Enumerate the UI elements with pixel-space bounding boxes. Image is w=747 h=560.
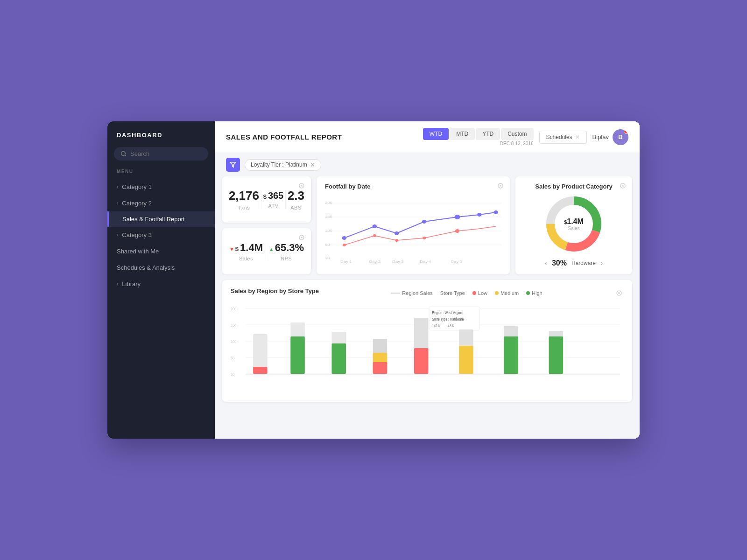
svg-point-30 [395,239,398,242]
filter-tag[interactable]: Loyality Tier : Platinum ✕ [245,159,321,171]
app-window: DASHBOARD MENU › Category 1 › Category 2… [107,121,640,439]
product-close[interactable] [618,181,627,190]
donut-amount: $1.4M [564,217,584,226]
svg-point-29 [373,234,376,237]
sidebar-item-cat3[interactable]: › Category 3 [107,227,215,243]
legend-line-icon [391,293,400,294]
svg-point-26 [477,213,481,217]
svg-text:150: 150 [325,215,332,219]
sales-value: 1.4M [240,242,263,254]
close-button[interactable] [297,181,306,190]
kpi-card-top: 2,176 Txns $ 365 ATV [222,176,311,223]
sidebar-item-cat1[interactable]: › Category 1 [107,179,215,195]
mtd-button[interactable]: MTD [450,128,475,140]
bar-red-1 [253,367,267,374]
svg-text:150: 150 [231,323,236,328]
legend-high-label: High [532,290,543,296]
footfall-line-chart: 200 150 100 50 10 [325,194,501,266]
kpi-card-bottom: ▼ $ 1.4M Sales ▲ 65.3% N [222,228,311,274]
bar-red-4 [373,362,387,374]
abs-label: ABS [288,205,304,210]
schedules-button[interactable]: Schedules ✕ [539,131,587,144]
svg-point-24 [422,220,426,224]
sales-label: Sales [229,256,263,261]
bar-green-3 [332,343,346,374]
sidebar-header: DASHBOARD [107,121,215,147]
filter-bar: Loyality Tier : Platinum ✕ [215,153,640,176]
filter-tag-close[interactable]: ✕ [310,161,315,168]
atv-dollar: $ [263,193,267,200]
region-close[interactable] [614,288,624,298]
atv-value-group: $ 365 [263,190,284,201]
search-bar[interactable] [114,147,208,161]
sidebar-item-cat2[interactable]: › Category 2 [107,195,215,211]
nps-label: NPS [269,256,304,261]
donut-prev-button[interactable]: ‹ [545,259,547,267]
svg-text:100: 100 [325,229,332,233]
sidebar-item-library[interactable]: › Library [107,276,215,292]
custom-button[interactable]: Custom [501,128,533,140]
sidebar-item-label: Category 3 [122,231,152,238]
txns-kpi: 2,176 Txns [229,189,259,210]
divider [261,190,261,209]
region-card-header: Sales by Region by Store Type Region Sal… [231,287,624,298]
chevron-right-icon: › [117,232,118,238]
footfall-card: Footfall by Date 200 150 100 50 10 [317,176,510,274]
donut-sub: Sales [564,226,584,231]
close-icon [498,183,503,189]
svg-point-22 [373,224,377,228]
close-icon [299,235,304,240]
sales-dollar: $ [235,245,239,252]
search-input[interactable] [130,150,202,157]
txns-value: 2,176 [229,189,259,203]
atv-value: 365 [268,190,283,201]
user-name: Biplav [592,133,609,140]
legend-low: Low [472,290,487,296]
sidebar-item-sales-footfall[interactable]: Sales & Footfall Report [107,211,215,227]
medium-dot-icon [495,291,499,295]
svg-text:100: 100 [231,339,236,344]
schedules-label: Schedules [546,134,572,140]
chevron-right-icon: › [117,184,118,189]
donut-navigation: ‹ 30% Hardware › [545,259,603,267]
dashboard-grid: 2,176 Txns $ 365 ATV [215,176,640,439]
svg-marker-2 [230,162,236,168]
svg-text:Day 4: Day 4 [420,259,431,264]
svg-point-32 [455,229,459,233]
filter-button[interactable] [226,158,240,172]
sales-kpi: ▼ $ 1.4M Sales [229,242,263,261]
svg-text:Day 3: Day 3 [392,259,404,264]
sales-trend: ▼ [229,246,234,252]
svg-text:50: 50 [325,243,330,247]
filter-icon [230,161,236,168]
sidebar-item-shared[interactable]: Shared with Me [107,243,215,259]
ytd-button[interactable]: YTD [476,128,500,140]
svg-point-25 [455,215,460,219]
date-range-buttons: WTD MTD YTD Custom [423,128,534,140]
nps-value-group: ▲ 65.3% [269,242,304,254]
svg-text:200: 200 [325,201,332,205]
svg-text:Store Type : Hardware: Store Type : Hardware [432,317,464,322]
sidebar-item-schedules[interactable]: Schedules & Analysis [107,259,215,276]
svg-point-27 [493,210,498,214]
svg-line-1 [125,155,126,156]
svg-text:Day 5: Day 5 [451,259,462,264]
legend-medium-label: Medium [500,290,519,296]
close-icon [299,183,304,189]
nps-value: 65.3% [275,242,304,254]
sales-value-group: ▼ $ 1.4M [229,242,263,254]
footfall-close[interactable] [496,181,505,190]
legend-region-label: Region Sales [402,290,432,296]
donut-label: $1.4M Sales [564,217,584,231]
close-button2[interactable] [297,233,306,242]
donut-next-button[interactable]: › [600,259,603,267]
high-dot-icon [526,291,530,295]
close-icon [616,290,622,296]
sidebar-item-label: Category 2 [122,200,152,207]
product-title: Sales by Product Category [535,183,612,190]
svg-text:10: 10 [231,372,234,377]
legend-high: High [526,290,543,296]
wtd-button[interactable]: WTD [423,128,449,140]
chart-legend: Region Sales Store Type Low [391,290,542,296]
legend-low-label: Low [478,290,487,296]
